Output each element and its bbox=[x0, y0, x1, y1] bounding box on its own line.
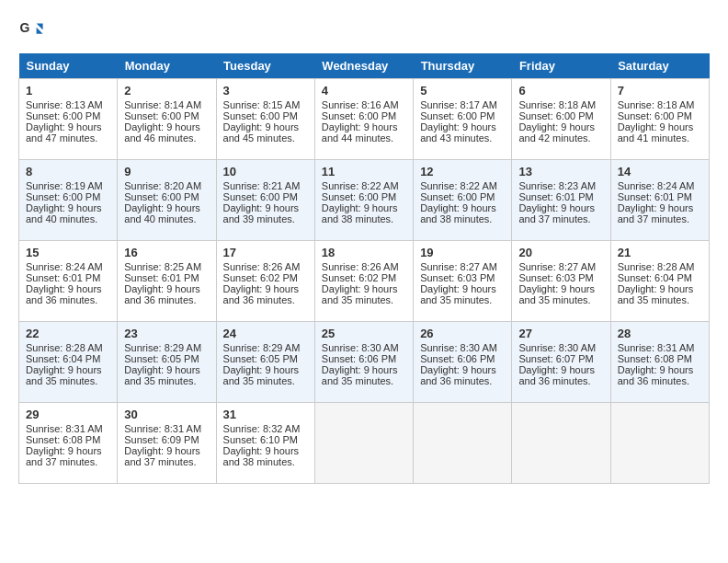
daylight-text: Daylight: 9 hours and 35 minutes. bbox=[518, 283, 595, 305]
calendar-cell: 23Sunrise: 8:29 AMSunset: 6:05 PMDayligh… bbox=[118, 322, 216, 403]
sunrise-text: Sunrise: 8:30 AM bbox=[420, 342, 497, 353]
col-header-sunday: Sunday bbox=[19, 53, 118, 79]
calendar-cell: 11Sunrise: 8:22 AMSunset: 6:00 PMDayligh… bbox=[314, 160, 413, 241]
daylight-text: Daylight: 9 hours and 46 minutes. bbox=[124, 121, 200, 144]
sunrise-text: Sunrise: 8:31 AM bbox=[26, 423, 103, 434]
sunset-text: Sunset: 6:02 PM bbox=[322, 272, 396, 283]
sunset-text: Sunset: 6:03 PM bbox=[420, 272, 495, 283]
sunset-text: Sunset: 6:01 PM bbox=[518, 191, 593, 202]
daylight-text: Daylight: 9 hours and 35 minutes. bbox=[26, 364, 102, 386]
sunrise-text: Sunrise: 8:18 AM bbox=[518, 99, 596, 110]
calendar-cell: 21Sunrise: 8:28 AMSunset: 6:04 PMDayligh… bbox=[610, 241, 709, 322]
daylight-text: Daylight: 9 hours and 37 minutes. bbox=[618, 202, 694, 224]
day-number: 24 bbox=[223, 327, 308, 340]
sunset-text: Sunset: 6:01 PM bbox=[618, 191, 692, 202]
day-number: 6 bbox=[518, 84, 603, 98]
sunset-text: Sunset: 6:00 PM bbox=[124, 110, 199, 121]
week-row-2: 8Sunrise: 8:19 AMSunset: 6:00 PMDaylight… bbox=[19, 160, 710, 241]
calendar-cell: 13Sunrise: 8:23 AMSunset: 6:01 PMDayligh… bbox=[512, 160, 610, 241]
day-number: 14 bbox=[618, 165, 702, 178]
sunset-text: Sunset: 6:00 PM bbox=[322, 191, 396, 202]
sunrise-text: Sunrise: 8:31 AM bbox=[618, 342, 695, 353]
sunrise-text: Sunrise: 8:22 AM bbox=[322, 180, 399, 191]
calendar-cell: 4Sunrise: 8:16 AMSunset: 6:00 PMDaylight… bbox=[314, 79, 413, 160]
sunrise-text: Sunrise: 8:26 AM bbox=[223, 261, 301, 272]
week-row-5: 29Sunrise: 8:31 AMSunset: 6:08 PMDayligh… bbox=[19, 403, 710, 484]
calendar-cell bbox=[314, 403, 413, 484]
calendar-cell: 16Sunrise: 8:25 AMSunset: 6:01 PMDayligh… bbox=[118, 241, 216, 322]
day-number: 23 bbox=[124, 327, 209, 340]
sunset-text: Sunset: 6:05 PM bbox=[223, 353, 298, 364]
sunrise-text: Sunrise: 8:29 AM bbox=[124, 342, 201, 353]
daylight-text: Daylight: 9 hours and 38 minutes. bbox=[420, 202, 496, 224]
sunrise-text: Sunrise: 8:23 AM bbox=[518, 180, 596, 191]
sunrise-text: Sunrise: 8:32 AM bbox=[223, 423, 301, 434]
day-number: 28 bbox=[618, 327, 702, 340]
calendar-cell: 12Sunrise: 8:22 AMSunset: 6:00 PMDayligh… bbox=[414, 160, 512, 241]
week-row-3: 15Sunrise: 8:24 AMSunset: 6:01 PMDayligh… bbox=[19, 241, 710, 322]
sunset-text: Sunset: 6:03 PM bbox=[518, 272, 593, 283]
day-number: 2 bbox=[124, 84, 209, 98]
day-number: 20 bbox=[518, 246, 603, 259]
daylight-text: Daylight: 9 hours and 37 minutes. bbox=[518, 202, 595, 224]
sunset-text: Sunset: 6:06 PM bbox=[420, 353, 495, 364]
day-number: 29 bbox=[26, 408, 110, 421]
day-number: 27 bbox=[518, 327, 603, 340]
daylight-text: Daylight: 9 hours and 35 minutes. bbox=[322, 364, 398, 386]
sunrise-text: Sunrise: 8:20 AM bbox=[124, 180, 201, 191]
calendar-cell: 9Sunrise: 8:20 AMSunset: 6:00 PMDaylight… bbox=[118, 160, 216, 241]
calendar-cell: 20Sunrise: 8:27 AMSunset: 6:03 PMDayligh… bbox=[512, 241, 610, 322]
sunset-text: Sunset: 6:06 PM bbox=[322, 353, 396, 364]
sunset-text: Sunset: 6:00 PM bbox=[223, 110, 298, 121]
daylight-text: Daylight: 9 hours and 39 minutes. bbox=[223, 202, 300, 224]
daylight-text: Daylight: 9 hours and 47 minutes. bbox=[26, 121, 102, 144]
sunset-text: Sunset: 6:07 PM bbox=[518, 353, 593, 364]
logo-icon: G bbox=[18, 18, 44, 44]
daylight-text: Daylight: 9 hours and 36 minutes. bbox=[223, 283, 300, 305]
logo: G bbox=[18, 18, 48, 44]
daylight-text: Daylight: 9 hours and 41 minutes. bbox=[618, 121, 694, 144]
sunrise-text: Sunrise: 8:13 AM bbox=[26, 99, 103, 110]
daylight-text: Daylight: 9 hours and 36 minutes. bbox=[124, 283, 200, 305]
header-row: SundayMondayTuesdayWednesdayThursdayFrid… bbox=[19, 53, 710, 79]
day-number: 9 bbox=[124, 165, 209, 178]
daylight-text: Daylight: 9 hours and 35 minutes. bbox=[420, 283, 496, 305]
calendar-cell: 3Sunrise: 8:15 AMSunset: 6:00 PMDaylight… bbox=[216, 79, 314, 160]
day-number: 26 bbox=[420, 327, 505, 340]
sunrise-text: Sunrise: 8:22 AM bbox=[420, 180, 497, 191]
day-number: 12 bbox=[420, 165, 505, 178]
sunrise-text: Sunrise: 8:17 AM bbox=[420, 99, 497, 110]
daylight-text: Daylight: 9 hours and 35 minutes. bbox=[322, 283, 398, 305]
calendar-cell bbox=[610, 403, 709, 484]
day-number: 15 bbox=[26, 246, 110, 259]
sunset-text: Sunset: 6:00 PM bbox=[420, 191, 495, 202]
daylight-text: Daylight: 9 hours and 36 minutes. bbox=[518, 364, 595, 386]
sunset-text: Sunset: 6:00 PM bbox=[518, 110, 593, 121]
daylight-text: Daylight: 9 hours and 37 minutes. bbox=[26, 445, 102, 467]
sunset-text: Sunset: 6:01 PM bbox=[26, 272, 100, 283]
sunset-text: Sunset: 6:00 PM bbox=[618, 110, 692, 121]
sunrise-text: Sunrise: 8:28 AM bbox=[26, 342, 103, 353]
day-number: 8 bbox=[26, 165, 110, 178]
sunset-text: Sunset: 6:05 PM bbox=[124, 353, 199, 364]
day-number: 1 bbox=[26, 84, 110, 98]
sunset-text: Sunset: 6:00 PM bbox=[26, 110, 100, 121]
week-row-4: 22Sunrise: 8:28 AMSunset: 6:04 PMDayligh… bbox=[19, 322, 710, 403]
day-number: 4 bbox=[322, 84, 406, 98]
calendar-cell: 10Sunrise: 8:21 AMSunset: 6:00 PMDayligh… bbox=[216, 160, 314, 241]
calendar-cell: 2Sunrise: 8:14 AMSunset: 6:00 PMDaylight… bbox=[118, 79, 216, 160]
daylight-text: Daylight: 9 hours and 40 minutes. bbox=[26, 202, 102, 224]
calendar-cell: 7Sunrise: 8:18 AMSunset: 6:00 PMDaylight… bbox=[610, 79, 709, 160]
calendar-cell: 28Sunrise: 8:31 AMSunset: 6:08 PMDayligh… bbox=[610, 322, 709, 403]
day-number: 7 bbox=[618, 84, 702, 98]
col-header-thursday: Thursday bbox=[414, 53, 512, 79]
sunrise-text: Sunrise: 8:29 AM bbox=[223, 342, 301, 353]
daylight-text: Daylight: 9 hours and 40 minutes. bbox=[124, 202, 200, 224]
col-header-wednesday: Wednesday bbox=[314, 53, 413, 79]
sunrise-text: Sunrise: 8:24 AM bbox=[26, 261, 103, 272]
daylight-text: Daylight: 9 hours and 43 minutes. bbox=[420, 121, 496, 144]
calendar-cell bbox=[512, 403, 610, 484]
page-header: G bbox=[18, 18, 710, 44]
calendar-cell bbox=[414, 403, 512, 484]
daylight-text: Daylight: 9 hours and 35 minutes. bbox=[223, 364, 300, 386]
